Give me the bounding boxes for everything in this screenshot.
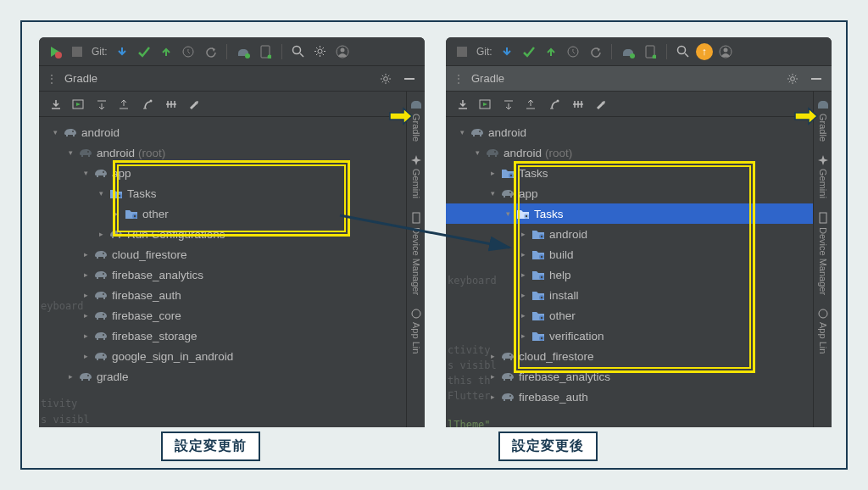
account-icon[interactable] bbox=[716, 42, 735, 61]
tree-item[interactable]: ▸ build bbox=[446, 244, 832, 264]
tree-item[interactable]: ▸ firebase_auth bbox=[39, 285, 425, 305]
user-avatar[interactable]: ↑ bbox=[696, 43, 713, 60]
tree-item[interactable]: ▾ android (root) bbox=[39, 142, 425, 163]
panel-title: Gradle bbox=[471, 72, 777, 85]
panel-settings-icon[interactable] bbox=[784, 70, 801, 87]
wrench-icon[interactable] bbox=[185, 94, 205, 114]
tree-item[interactable]: ▾ app bbox=[39, 163, 425, 183]
elephant-icon bbox=[93, 165, 108, 181]
account-icon[interactable] bbox=[333, 42, 352, 61]
elephant-icon bbox=[63, 125, 78, 140]
build-icon[interactable] bbox=[619, 42, 637, 61]
collapse-all-icon[interactable] bbox=[114, 94, 134, 114]
gradle-tree[interactable]: ▾ android ▾ android (root)▸ Tasks ▾ app … bbox=[446, 117, 832, 412]
tree-item[interactable]: ▸ verification bbox=[446, 326, 832, 346]
svg-point-24 bbox=[103, 293, 104, 295]
git-history-icon[interactable] bbox=[564, 42, 582, 61]
tree-item[interactable]: ▾ app bbox=[446, 183, 832, 203]
expand-all-icon[interactable] bbox=[498, 94, 519, 114]
toggle-offline-icon[interactable] bbox=[161, 94, 181, 114]
expand-all-icon[interactable] bbox=[92, 94, 112, 114]
svg-point-15 bbox=[87, 151, 89, 153]
folder-icon bbox=[531, 267, 546, 282]
git-update-icon[interactable] bbox=[498, 42, 516, 61]
side-tab-gradle[interactable]: Gradle bbox=[410, 92, 422, 148]
elephant-icon bbox=[93, 308, 108, 323]
minimize-icon[interactable] bbox=[808, 70, 825, 87]
tree-item[interactable]: ▾ Tasks bbox=[39, 183, 425, 203]
minimize-icon[interactable] bbox=[401, 70, 418, 87]
chevron-down-icon: ▾ bbox=[95, 187, 107, 199]
svg-point-26 bbox=[103, 334, 104, 336]
tree-item[interactable]: ▸ firebase_storage bbox=[39, 326, 425, 346]
tree-item[interactable]: ▸ firebase_analytics bbox=[446, 366, 832, 387]
svg-point-9 bbox=[340, 47, 344, 52]
tree-item[interactable]: ▸ gradle bbox=[39, 366, 425, 387]
tree-item-label: other bbox=[142, 208, 169, 220]
build-icon[interactable] bbox=[234, 42, 253, 61]
side-tab-app-links[interactable]: App Lin bbox=[411, 302, 421, 360]
git-rollback-icon[interactable] bbox=[586, 42, 604, 61]
collapse-all-icon[interactable] bbox=[520, 94, 541, 114]
git-commit-icon[interactable] bbox=[520, 42, 538, 61]
tree-item[interactable]: ▸ Run Configurations bbox=[39, 224, 425, 244]
wrench-icon[interactable] bbox=[592, 94, 612, 114]
chevron-down-icon: ▾ bbox=[487, 187, 498, 199]
tree-item[interactable]: ▾ Tasks bbox=[446, 203, 832, 224]
git-push-icon[interactable] bbox=[542, 42, 560, 61]
tree-item[interactable]: ▾ android (root) bbox=[446, 142, 832, 163]
tree-item[interactable]: ▸ other bbox=[39, 203, 425, 224]
execute-icon[interactable] bbox=[475, 94, 495, 114]
git-push-icon[interactable] bbox=[157, 42, 175, 61]
run-with-bug-icon[interactable] bbox=[46, 42, 64, 61]
gradle-tree[interactable]: ▾ android ▾ android (root)▾ app ▾ Tasks … bbox=[39, 117, 425, 392]
search-icon[interactable] bbox=[674, 42, 693, 61]
drag-handle-icon[interactable]: ⋮ bbox=[46, 72, 58, 86]
svg-point-57 bbox=[541, 297, 542, 298]
panel-settings-icon[interactable] bbox=[377, 70, 394, 87]
tree-item[interactable]: ▸ google_sign_in_android bbox=[39, 346, 425, 366]
tree-item[interactable]: ▸ cloud_firestore bbox=[446, 346, 832, 366]
git-update-icon[interactable] bbox=[113, 42, 131, 61]
download-icon[interactable] bbox=[46, 94, 66, 114]
tree-item-label: install bbox=[549, 289, 579, 302]
execute-icon[interactable] bbox=[68, 94, 88, 114]
toggle-offline-icon[interactable] bbox=[568, 94, 588, 114]
git-history-icon[interactable] bbox=[179, 42, 198, 61]
gradle-toolbar bbox=[39, 92, 425, 117]
device-icon[interactable] bbox=[256, 42, 275, 61]
chevron-right-icon: ▸ bbox=[95, 228, 107, 240]
elephant-icon bbox=[78, 145, 93, 160]
stop-icon[interactable] bbox=[68, 42, 86, 61]
tree-item[interactable]: ▸ android bbox=[446, 224, 832, 244]
settings-icon[interactable] bbox=[311, 42, 330, 61]
tree-item[interactable]: ▸ other bbox=[446, 305, 832, 326]
side-tab-app-links[interactable]: App Lin bbox=[818, 302, 828, 360]
analyze-icon[interactable] bbox=[544, 94, 565, 114]
analyze-icon[interactable] bbox=[137, 94, 158, 114]
panel-title: Gradle bbox=[64, 72, 370, 85]
stop-icon[interactable] bbox=[453, 42, 471, 61]
side-tab-device-manager[interactable]: Device Manager bbox=[818, 205, 828, 302]
tree-item[interactable]: ▸ firebase_analytics bbox=[39, 264, 425, 285]
tree-item[interactable]: ▸ install bbox=[446, 285, 832, 305]
tree-item[interactable]: ▸ cloud_firestore bbox=[39, 244, 425, 264]
side-tab-gemini[interactable]: Gemini bbox=[818, 148, 828, 205]
tree-item[interactable]: ▸ Tasks bbox=[446, 163, 832, 183]
download-icon[interactable] bbox=[453, 94, 473, 114]
tree-item[interactable]: ▸ firebase_auth bbox=[446, 387, 832, 407]
tree-item[interactable]: ▾ android bbox=[39, 122, 425, 142]
git-rollback-icon[interactable] bbox=[201, 42, 220, 61]
device-icon[interactable] bbox=[641, 42, 659, 61]
tree-item[interactable]: ▸ help bbox=[446, 264, 832, 285]
side-tab-gradle[interactable]: Gradle bbox=[817, 92, 829, 148]
drag-handle-icon[interactable]: ⋮ bbox=[453, 72, 465, 86]
git-commit-icon[interactable] bbox=[135, 42, 153, 61]
tree-item[interactable]: ▾ android bbox=[446, 122, 832, 142]
search-icon[interactable] bbox=[289, 42, 308, 61]
tree-item-label: android bbox=[81, 126, 120, 139]
side-tab-gemini[interactable]: Gemini bbox=[411, 148, 421, 205]
tree-item[interactable]: ▸ firebase_core bbox=[39, 305, 425, 326]
tree-item-label: other bbox=[549, 309, 576, 322]
side-tab-device-manager[interactable]: Device Manager bbox=[411, 205, 421, 302]
